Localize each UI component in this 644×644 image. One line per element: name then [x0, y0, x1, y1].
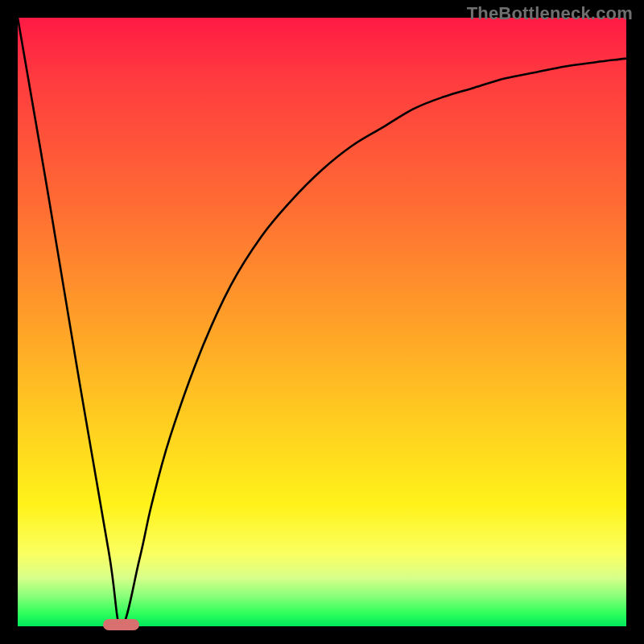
watermark-text: TheBottleneck.com	[467, 3, 633, 24]
curve-overlay	[18, 18, 626, 626]
bottleneck-curve	[18, 18, 626, 626]
chart-frame: TheBottleneck.com	[0, 0, 644, 644]
optimal-range-marker	[103, 619, 139, 630]
